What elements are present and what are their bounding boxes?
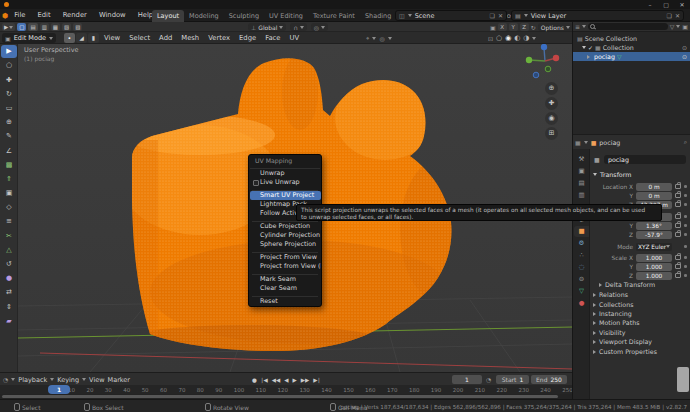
outliner-row-pociag[interactable]: pociag ▽ ⊙ — [573, 52, 690, 61]
new-scene-icon[interactable]: ❏ — [490, 12, 495, 19]
play-button[interactable]: ▶ — [293, 377, 297, 383]
lock-icon[interactable] — [675, 264, 681, 270]
menu-view[interactable]: View — [104, 32, 120, 44]
timeline-editor-icon[interactable]: ◔ — [3, 376, 8, 383]
maximize-button[interactable]: ▢ — [658, 0, 674, 9]
menu-item-live-unwrap[interactable]: Live Unwrap — [250, 178, 321, 187]
knife-tool[interactable]: ✂ — [1, 230, 17, 243]
lock-icon[interactable] — [675, 223, 681, 229]
smooth-tool[interactable]: ● — [1, 272, 17, 285]
section-instancing[interactable]: Instancing — [593, 310, 632, 317]
menu-render[interactable]: Render — [57, 9, 93, 22]
checkbox-icon[interactable] — [253, 180, 259, 186]
section-motion-paths[interactable]: Motion Paths — [593, 319, 639, 326]
animate-dot-icon[interactable] — [684, 203, 687, 206]
lock-icon[interactable] — [675, 184, 681, 190]
outliner-row-scene-collection[interactable]: ▤ Scene Collection — [573, 34, 690, 43]
pin-icon[interactable]: ⌕ — [684, 138, 687, 146]
rotation-z-field[interactable]: -57.9° — [636, 231, 672, 239]
transform-tool[interactable]: ⊕ — [1, 116, 17, 129]
proportional-editing-dropdown[interactable]: ◎ — [311, 23, 328, 31]
workspace-tab-texture-paint[interactable]: Texture Paint — [308, 10, 360, 22]
menu-keying[interactable]: Keying — [57, 376, 79, 384]
transform-section-header[interactable]: Transform — [593, 171, 631, 178]
active-tool-dropdown[interactable]: ▶ — [2, 23, 15, 31]
mirror-y-button[interactable]: Y — [509, 23, 518, 31]
tab-output[interactable]: ▤ — [574, 178, 589, 189]
shrink-fatten-tool[interactable]: ⇕ — [1, 301, 17, 314]
lock-icon[interactable] — [675, 255, 681, 261]
inset-faces-tool[interactable]: ▣ — [1, 187, 17, 200]
rotation-y-field[interactable]: 1.36° — [636, 222, 672, 230]
location-x-field[interactable]: 0 m — [636, 183, 672, 191]
collection-checkbox-icon[interactable]: ✓ — [588, 44, 593, 51]
tab-tool[interactable]: ⚒ — [574, 154, 589, 165]
animate-dot-icon[interactable] — [684, 265, 687, 268]
transform-orientation-dropdown[interactable]: ⊥ Global — [248, 23, 286, 31]
animate-dot-icon[interactable] — [684, 274, 687, 277]
shading-wireframe-button[interactable]: ○ — [496, 32, 502, 44]
menu-uv[interactable]: UV — [290, 32, 300, 44]
select-mode-invert-button[interactable]: ▧ — [62, 23, 71, 31]
scale-x-field[interactable]: 1.000 — [636, 254, 672, 262]
outliner-search-input[interactable] — [588, 23, 668, 30]
current-frame-indicator[interactable]: 1 — [48, 385, 70, 394]
tab-constraints[interactable]: ⊖ — [574, 274, 589, 285]
outliner-row-collection[interactable]: ✓ ▦ Collection ⊙ — [573, 43, 690, 52]
xray-toggle-icon[interactable]: ⊡ — [488, 35, 493, 42]
edge-select-mode-button[interactable]: ◢ — [76, 33, 87, 43]
menu-edge[interactable]: Edge — [239, 32, 256, 44]
select-mode-subtract-button[interactable]: ▦ — [51, 23, 60, 31]
menu-window[interactable]: Window — [93, 9, 132, 22]
mirror-x-button[interactable]: X — [498, 23, 507, 31]
collapse-icon[interactable] — [587, 55, 590, 59]
section-collections[interactable]: Collections — [593, 301, 633, 308]
minimize-button[interactable]: – — [642, 0, 658, 9]
menu-face[interactable]: Face — [265, 32, 280, 44]
location-y-field[interactable]: 0 m — [636, 192, 672, 200]
tab-view-layer[interactable]: ▥ — [574, 190, 589, 201]
workspace-tab-shading[interactable]: Shading — [360, 10, 396, 22]
properties-editor-icon[interactable]: ▦ — [575, 139, 581, 146]
section-relations[interactable]: Relations — [593, 291, 628, 298]
menu-item-cube-projection[interactable]: Cube Projection — [250, 222, 321, 231]
tab-material[interactable]: ● — [574, 298, 589, 309]
gizmo-y-neg[interactable] — [545, 66, 551, 72]
close-button[interactable]: ✕ — [674, 0, 690, 9]
select-mode-set-button[interactable]: ▤ — [28, 23, 37, 31]
menu-item-smart-uv-project[interactable]: Smart UV Project — [250, 191, 321, 200]
rotation-mode-dropdown[interactable]: XYZ Euler — [636, 243, 672, 251]
visibility-eye-icon[interactable]: ⊙ — [682, 53, 687, 60]
menu-item-clear-seam[interactable]: Clear Seam — [250, 284, 321, 293]
gizmo-z-neg[interactable] — [533, 72, 539, 78]
orthographic-toggle-button[interactable]: ⊞ — [545, 127, 558, 140]
visibility-eye-icon[interactable]: ⊙ — [682, 44, 687, 51]
poly-build-tool[interactable]: △ — [1, 244, 17, 257]
tab-particles[interactable]: ∴ — [574, 250, 589, 261]
menu-mesh[interactable]: Mesh — [181, 32, 199, 44]
workspace-tab-modeling[interactable]: Modeling — [184, 10, 224, 22]
workspace-tab-layout[interactable]: Layout — [152, 10, 184, 22]
record-button[interactable]: ● — [252, 377, 257, 383]
menu-item-reset[interactable]: Reset — [250, 297, 321, 306]
scale-y-field[interactable]: 1.000 — [636, 263, 672, 271]
animate-dot-icon[interactable] — [684, 256, 687, 259]
tab-object-data[interactable]: ▽ — [574, 286, 589, 297]
play-reverse-button[interactable]: ◀ — [284, 377, 288, 383]
zoom-button[interactable]: ⊕ — [545, 82, 558, 95]
move-tool[interactable]: ✚ — [1, 74, 17, 87]
new-collection-icon[interactable]: ▣ — [682, 23, 688, 30]
tab-modifiers[interactable]: ⚙ — [574, 238, 589, 249]
current-frame-field[interactable]: 1 — [452, 375, 482, 384]
properties-scrollbar-thumb[interactable] — [677, 367, 689, 392]
lock-icon[interactable] — [675, 193, 681, 199]
next-keyframe-button[interactable]: ▶▶ — [301, 377, 309, 383]
tab-render[interactable]: ▣ — [574, 166, 589, 177]
animate-dot-icon[interactable] — [684, 194, 687, 197]
menu-edit[interactable]: Edit — [32, 9, 57, 22]
menu-select[interactable]: Select — [129, 32, 150, 44]
remove-view-layer-icon[interactable]: ✕ — [675, 12, 680, 19]
section-visibility[interactable]: Visibility — [593, 329, 625, 336]
jump-to-end-button[interactable]: ▶∣ — [313, 377, 320, 383]
select-mode-extend-button[interactable]: ▥ — [40, 23, 49, 31]
